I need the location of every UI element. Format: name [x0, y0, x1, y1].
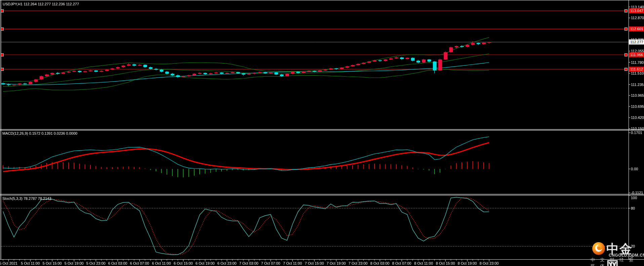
time-axis-label: 5 Oct 15:00 — [43, 261, 62, 265]
time-axis-label: 8 Oct 15:00 — [436, 261, 455, 265]
stoch-axis-label: 100 — [631, 196, 637, 200]
time-axis-label: 6 Oct 03:00 — [108, 261, 127, 265]
time-axis-label: 8 Oct 11:00 — [414, 261, 433, 265]
price-axis-label: 110.695 — [631, 104, 644, 108]
price-axis-label: 110.150 — [631, 127, 644, 131]
time-axis-label: 8 Oct 23:00 — [480, 261, 499, 265]
time-axis-label: 6 Oct 07:00 — [130, 261, 149, 265]
trading-chart-window: USDJPY,H1 112.264 112.277 112.236 112.27… — [0, 0, 644, 266]
time-axis-label: 5 Oct 19:00 — [65, 261, 84, 265]
price-axis-label: 111.510 — [631, 71, 644, 75]
price-axis-label: 110.420 — [631, 116, 644, 120]
price-line-badge[interactable]: 111.966 — [629, 52, 644, 57]
price-line-badge[interactable]: 113.047 — [629, 8, 644, 13]
time-axis-label: 7 Oct 07:00 — [261, 261, 280, 265]
time-axis-label: 7 Oct 03:00 — [239, 261, 258, 265]
time-axis-label: 6 Oct 19:00 — [196, 261, 215, 265]
time-axis-label: 8 Oct 03:00 — [370, 261, 390, 265]
price-axis-label: 111.235 — [631, 83, 644, 87]
macd-axis-label: -0.1121 — [631, 191, 643, 195]
chart-canvas[interactable] — [0, 0, 644, 266]
cngold-logo-icon — [592, 242, 605, 255]
stoch-axis-label: 80 — [631, 206, 635, 210]
time-axis-label: 5 Oct 23:00 — [86, 261, 106, 265]
time-axis-label: 6 Oct 15:00 — [174, 261, 193, 265]
time-axis-label: 8 Oct 19:00 — [458, 261, 477, 265]
time-axis-label: 8 Oct 07:00 — [392, 261, 411, 265]
time-axis-label: 7 Oct 15:00 — [305, 261, 324, 265]
time-axis-label: 7 Oct 11:00 — [283, 261, 302, 265]
current-price-badge: 112.277 — [629, 40, 644, 45]
price-axis-label: 111.780 — [631, 60, 644, 64]
time-axis-label: 6 Oct 23:00 — [217, 261, 237, 265]
time-axis-label: 7 Oct 19:00 — [327, 261, 346, 265]
macd-axis-label: 0.1701 — [631, 131, 642, 135]
price-axis-label: 112.870 — [631, 16, 644, 20]
macd-axis-label: 0.00 — [631, 167, 638, 171]
stoch-indicator-label: Stoch(5,3,3) 78.2787 78.2143 — [2, 196, 51, 201]
price-line-badge[interactable]: 111.612 — [629, 66, 644, 72]
time-axis-label: 7 Oct 23:00 — [349, 261, 368, 265]
watermark-slogan: 中 文 财 经 新 媒 体 — [591, 257, 644, 266]
time-axis-label: 5 Oct 11:00 — [21, 261, 40, 265]
macd-indicator-label: MACD(12,26,9) 0.1572 0.1391 0.0236 0.000… — [2, 131, 77, 135]
price-axis-label: 110.965 — [631, 93, 644, 97]
time-axis-label: 6 Oct 11:00 — [152, 261, 171, 265]
price-line-badge[interactable]: 112.601 — [629, 27, 644, 32]
chart-title: USDJPY,H1 112.264 112.277 112.236 112.27… — [3, 2, 79, 6]
time-axis-label: 5 Oct 2021 — [0, 261, 17, 265]
